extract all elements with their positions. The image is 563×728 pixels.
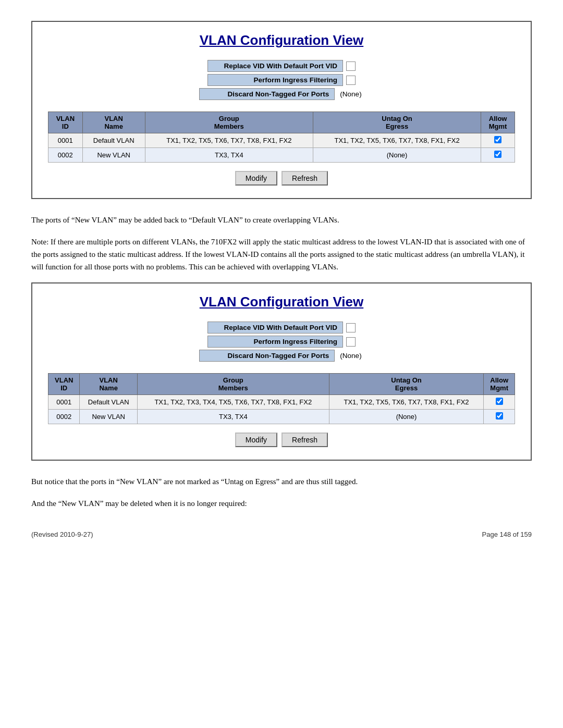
vlan-members-cell: TX1, TX2, TX5, TX6, TX7, TX8, FX1, FX2 <box>145 133 313 148</box>
replace-vid-checkbox-1[interactable] <box>346 61 356 71</box>
vlan-title-2: VLAN Configuration View <box>48 294 515 310</box>
button-row-1: Modify Refresh <box>48 171 515 186</box>
prose-1: The ports of “New VLAN” may be added bac… <box>31 214 532 226</box>
config-row-discard-2: Discard Non-Tagged For Ports (None) <box>199 350 363 362</box>
vlan-name-cell: New VLAN <box>82 148 145 163</box>
col-group-members-1: GroupMembers <box>145 112 313 133</box>
vlan-members-cell: TX3, TX4 <box>145 148 313 163</box>
vlan-config-box-1: VLAN Configuration View Replace VID With… <box>31 21 532 199</box>
ingress-checkbox-1[interactable] <box>346 76 356 85</box>
vlan-mgmt-cell[interactable] <box>481 133 515 148</box>
footer-revised: (Revised 2010-9-27) <box>31 530 93 538</box>
vlan-table-1: VLANID VLANName GroupMembers Untag OnEgr… <box>48 112 515 163</box>
vlan-id-cell: 0001 <box>48 395 80 410</box>
vlan-members-cell: TX1, TX2, TX3, TX4, TX5, TX6, TX7, TX8, … <box>137 395 329 410</box>
config-options-1: Replace VID With Default Port VID Perfor… <box>48 60 515 100</box>
refresh-button-1[interactable]: Refresh <box>282 171 328 186</box>
ingress-checkbox-2[interactable] <box>346 337 356 347</box>
vlan-name-cell: Default VLAN <box>80 395 137 410</box>
prose-2: Note: If there are multiple ports on dif… <box>31 236 532 273</box>
vlan-egress-cell: TX1, TX2, TX5, TX6, TX7, TX8, FX1, FX2 <box>329 395 484 410</box>
replace-vid-label-2: Replace VID With Default Port VID <box>207 322 343 334</box>
col-vlan-id-1: VLANID <box>48 112 83 133</box>
col-untag-egress-2: Untag OnEgress <box>329 374 484 395</box>
col-group-members-2: GroupMembers <box>137 374 329 395</box>
col-untag-egress-1: Untag OnEgress <box>313 112 481 133</box>
modify-button-1[interactable]: Modify <box>235 171 277 186</box>
footer: (Revised 2010-9-27) Page 148 of 159 <box>31 530 532 538</box>
col-vlan-name-2: VLANName <box>80 374 137 395</box>
discard-value-2: (None) <box>338 351 363 361</box>
config-row-replace-vid-2: Replace VID With Default Port VID <box>207 322 356 334</box>
vlan-mgmt-cell[interactable] <box>481 148 515 163</box>
table-row: 0001 Default VLAN TX1, TX2, TX3, TX4, TX… <box>48 395 515 410</box>
vlan-egress-cell: (None) <box>313 148 481 163</box>
prose-4: And the “New VLAN” may be deleted when i… <box>31 497 532 510</box>
vlan-mgmt-cell[interactable] <box>484 395 515 410</box>
col-allow-mgmt-1: AllowMgmt <box>481 112 515 133</box>
config-row-ingress-2: Perform Ingress Filtering <box>207 336 356 348</box>
vlan-id-cell: 0002 <box>48 148 83 163</box>
replace-vid-label-1: Replace VID With Default Port VID <box>207 60 343 72</box>
col-vlan-id-2: VLANID <box>48 374 80 395</box>
button-row-2: Modify Refresh <box>48 433 515 447</box>
col-vlan-name-1: VLANName <box>82 112 145 133</box>
vlan-title-1: VLAN Configuration View <box>48 32 515 48</box>
replace-vid-checkbox-2[interactable] <box>346 323 356 332</box>
vlan-mgmt-cell[interactable] <box>484 410 515 424</box>
prose-3: But notice that the ports in “New VLAN” … <box>31 475 532 488</box>
table-row: 0001 Default VLAN TX1, TX2, TX5, TX6, TX… <box>48 133 515 148</box>
vlan-name-cell: New VLAN <box>80 410 137 424</box>
vlan-egress-cell: TX1, TX2, TX5, TX6, TX7, TX8, FX1, FX2 <box>313 133 481 148</box>
discard-label-2: Discard Non-Tagged For Ports <box>199 350 335 362</box>
vlan-id-cell: 0002 <box>48 410 80 424</box>
discard-value-1: (None) <box>338 89 363 99</box>
col-allow-mgmt-2: AllowMgmt <box>484 374 515 395</box>
config-row-discard-1: Discard Non-Tagged For Ports (None) <box>199 88 363 100</box>
vlan-egress-cell: (None) <box>329 410 484 424</box>
config-row-replace-vid-1: Replace VID With Default Port VID <box>207 60 356 72</box>
config-row-ingress-1: Perform Ingress Filtering <box>207 74 356 86</box>
discard-label-1: Discard Non-Tagged For Ports <box>199 88 335 100</box>
refresh-button-2[interactable]: Refresh <box>282 433 328 447</box>
ingress-label-1: Perform Ingress Filtering <box>207 74 343 86</box>
table-row: 0002 New VLAN TX3, TX4 (None) <box>48 148 515 163</box>
vlan-table-2: VLANID VLANName GroupMembers Untag OnEgr… <box>48 373 515 424</box>
vlan-name-cell: Default VLAN <box>82 133 145 148</box>
modify-button-2[interactable]: Modify <box>235 433 277 447</box>
footer-page: Page 148 of 159 <box>482 530 532 538</box>
ingress-label-2: Perform Ingress Filtering <box>207 336 343 348</box>
table-row: 0002 New VLAN TX3, TX4 (None) <box>48 410 515 424</box>
vlan-config-box-2: VLAN Configuration View Replace VID With… <box>31 282 532 461</box>
config-options-2: Replace VID With Default Port VID Perfor… <box>48 322 515 362</box>
vlan-id-cell: 0001 <box>48 133 83 148</box>
vlan-members-cell: TX3, TX4 <box>137 410 329 424</box>
